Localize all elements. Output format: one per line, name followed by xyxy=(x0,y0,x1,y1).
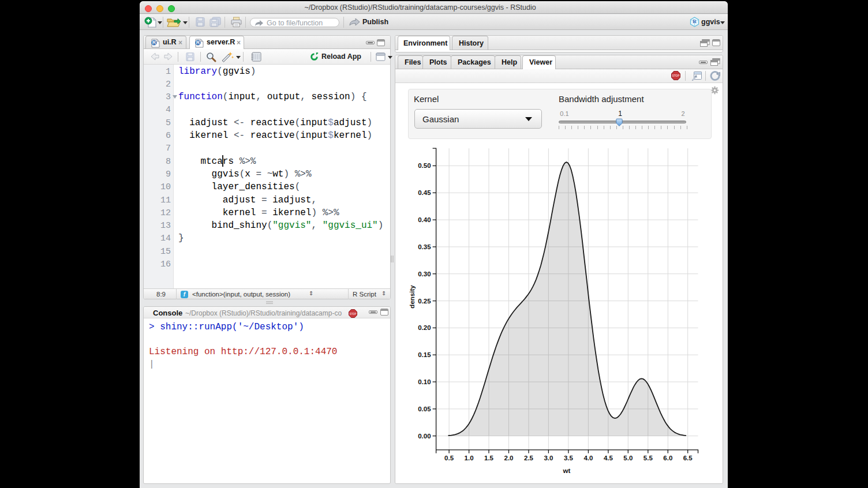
svg-text:3.5: 3.5 xyxy=(564,455,574,461)
svg-text:density: density xyxy=(409,285,416,309)
svg-text:0.00: 0.00 xyxy=(418,433,431,440)
svg-text:1.0: 1.0 xyxy=(465,455,474,461)
svg-text:0.5: 0.5 xyxy=(444,455,454,461)
svg-text:5.5: 5.5 xyxy=(643,455,653,461)
svg-text:4.0: 4.0 xyxy=(583,455,593,461)
svg-text:R: R xyxy=(196,40,200,46)
svg-text:3.0: 3.0 xyxy=(544,455,553,461)
svg-text:0.40: 0.40 xyxy=(418,216,431,223)
svg-text:STOP: STOP xyxy=(349,313,356,316)
svg-text:0.05: 0.05 xyxy=(418,406,431,412)
svg-text:0.45: 0.45 xyxy=(418,189,431,196)
svg-text:6.5: 6.5 xyxy=(683,455,693,461)
svg-text:R: R xyxy=(152,40,156,46)
svg-text:STOP: STOP xyxy=(672,74,680,77)
svg-text:1.5: 1.5 xyxy=(484,455,494,461)
svg-text:0.25: 0.25 xyxy=(418,298,431,305)
svg-text:0.15: 0.15 xyxy=(418,351,431,358)
svg-text:4.5: 4.5 xyxy=(604,455,613,461)
svg-text:5.0: 5.0 xyxy=(623,455,633,461)
svg-text:0.30: 0.30 xyxy=(418,271,431,277)
svg-text:R: R xyxy=(693,18,697,24)
svg-text:wt: wt xyxy=(563,467,571,474)
svg-text:0.20: 0.20 xyxy=(418,324,431,331)
svg-text:0.35: 0.35 xyxy=(418,243,431,250)
svg-text:2.5: 2.5 xyxy=(524,455,534,461)
svg-text:0.10: 0.10 xyxy=(418,378,431,385)
svg-text:6.0: 6.0 xyxy=(663,455,672,461)
svg-text:2.0: 2.0 xyxy=(504,455,514,461)
svg-text:0.50: 0.50 xyxy=(418,162,431,169)
